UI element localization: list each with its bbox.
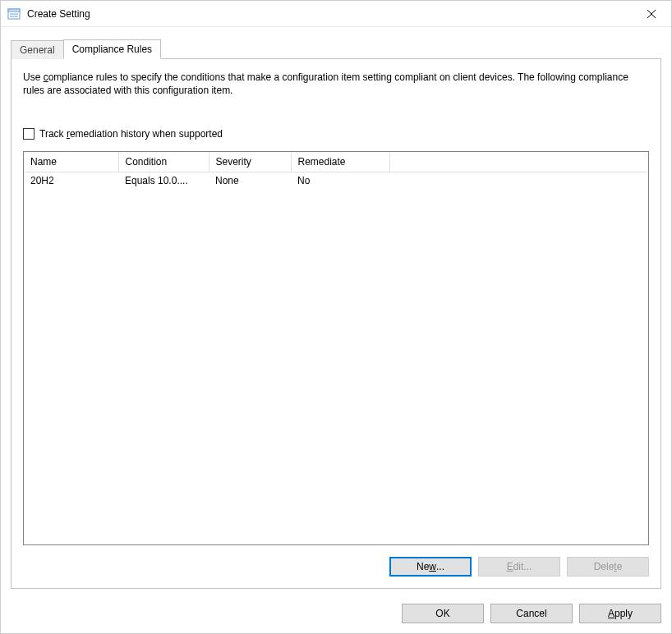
close-icon	[647, 10, 656, 18]
col-spacer	[389, 152, 648, 172]
table-header-row: Name Condition Severity Remediate	[24, 152, 648, 172]
col-name[interactable]: Name	[24, 152, 118, 172]
tabstrip: General Compliance Rules	[11, 39, 661, 58]
track-remediation-checkbox[interactable]	[23, 128, 35, 140]
panel-description: Use compliance rules to specify the cond…	[23, 71, 649, 97]
track-remediation-row[interactable]: Track remediation history when supported	[23, 128, 649, 140]
dialog-content: General Compliance Rules Use compliance …	[1, 27, 671, 595]
rules-table-container: Name Condition Severity Remediate 20H2 E…	[23, 151, 649, 545]
desc-pre: Use	[23, 71, 44, 83]
col-condition[interactable]: Condition	[118, 152, 209, 172]
track-remediation-label: Track remediation history when supported	[39, 128, 223, 140]
edit-button: Edit...	[478, 557, 560, 577]
dialog-button-row: OK Cancel Apply	[1, 595, 671, 633]
rules-table: Name Condition Severity Remediate 20H2 E…	[24, 152, 648, 189]
apply-button[interactable]: Apply	[579, 604, 661, 623]
col-remediate[interactable]: Remediate	[291, 152, 389, 172]
titlebar: Create Setting	[1, 1, 671, 27]
panel-button-row: New... Edit... Delete	[23, 557, 649, 577]
dialog-window: Create Setting General Compliance Rules …	[0, 0, 672, 634]
ok-button[interactable]: OK	[402, 604, 484, 623]
delete-button: Delete	[567, 557, 649, 577]
app-icon	[7, 7, 21, 21]
svg-rect-1	[8, 9, 20, 11]
cancel-button[interactable]: Cancel	[490, 604, 573, 623]
table-row[interactable]: 20H2 Equals 10.0.... None No	[24, 172, 648, 190]
cell-name: 20H2	[24, 172, 118, 190]
tab-panel-compliance: Use compliance rules to specify the cond…	[11, 58, 661, 589]
cell-condition: Equals 10.0....	[118, 172, 209, 190]
col-severity[interactable]: Severity	[209, 152, 291, 172]
cell-severity: None	[209, 172, 291, 190]
window-title: Create Setting	[27, 8, 633, 20]
desc-post: ompliance rules to specify the condition…	[23, 71, 628, 96]
tab-general[interactable]: General	[11, 40, 64, 59]
cell-remediate: No	[291, 172, 389, 190]
new-button[interactable]: New...	[389, 557, 472, 577]
close-button[interactable]	[633, 2, 670, 26]
tab-compliance-rules[interactable]: Compliance Rules	[63, 39, 161, 59]
